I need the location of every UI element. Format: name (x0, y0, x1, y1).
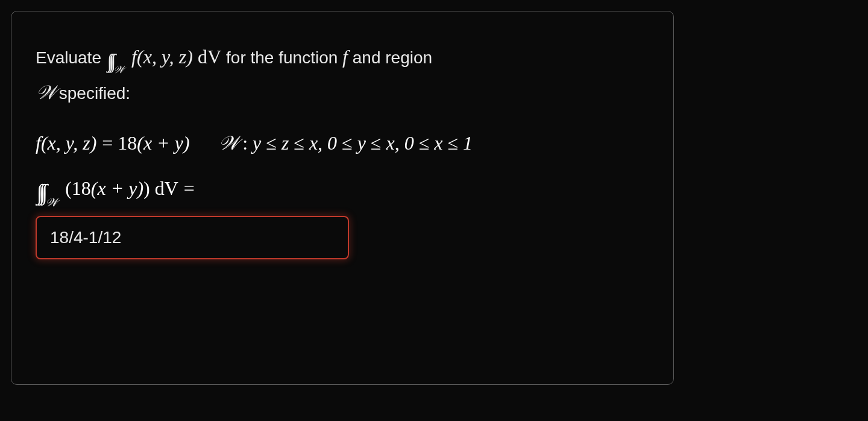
close-paren: ) (143, 177, 155, 199)
problem-card: Evaluate ∫∫∫𝒲 f(x, y, z) dV for the func… (11, 11, 674, 385)
inner-xy: (x + y) (91, 177, 143, 199)
f-symbol: f (342, 46, 348, 68)
f-call: f(x, y, z) dV (131, 46, 221, 68)
f-lhs: f(x, y, z) (36, 132, 96, 154)
answer-input[interactable] (36, 216, 349, 259)
final-equals: = (184, 177, 195, 199)
dV: dV (155, 177, 178, 199)
integral-question: ∫∫∫𝒲 (18(x + y)) dV = (36, 177, 649, 205)
region-bounds: y ≤ z ≤ x, 0 ≤ y ≤ x, 0 ≤ x ≤ 1 (253, 132, 473, 154)
triple-integral-symbol: ∫∫∫𝒲 (107, 46, 125, 77)
coef-18: 18 (118, 132, 137, 154)
text-for-the-function: for the function (226, 48, 342, 67)
text-specified: specified: (59, 84, 130, 103)
region-label: 𝒲 (218, 132, 237, 154)
text-and-region: and region (353, 48, 432, 67)
coef-18-2: 18 (72, 177, 91, 199)
problem-statement: Evaluate ∫∫∫𝒲 f(x, y, z) dV for the func… (36, 42, 649, 108)
region-symbol: 𝒲 (36, 81, 54, 103)
equals: = (102, 132, 118, 154)
open-paren: ( (65, 177, 72, 199)
triple-integral-symbol-2: ∫∫∫𝒲 (37, 179, 58, 205)
paren-xy: (x + y) (137, 132, 189, 154)
colon: : (242, 132, 253, 154)
function-and-region-definition: f(x, y, z) = 18(x + y) 𝒲 : y ≤ z ≤ x, 0 … (36, 132, 649, 154)
text-evaluate: Evaluate (36, 48, 106, 67)
